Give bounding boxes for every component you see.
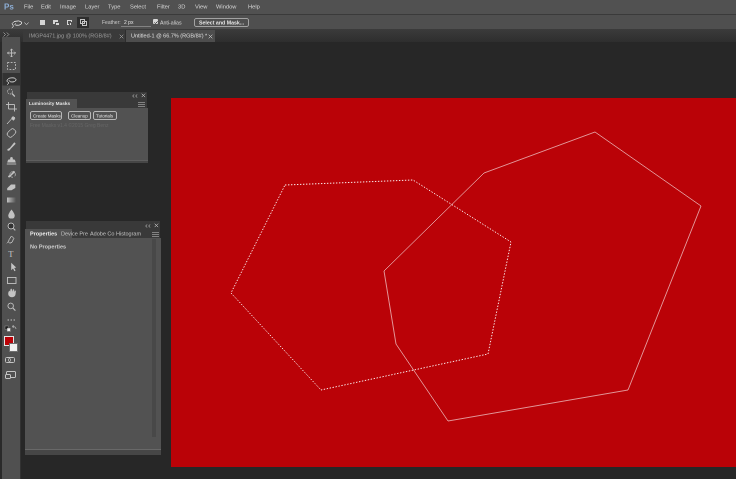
svg-text:T: T bbox=[8, 249, 14, 259]
